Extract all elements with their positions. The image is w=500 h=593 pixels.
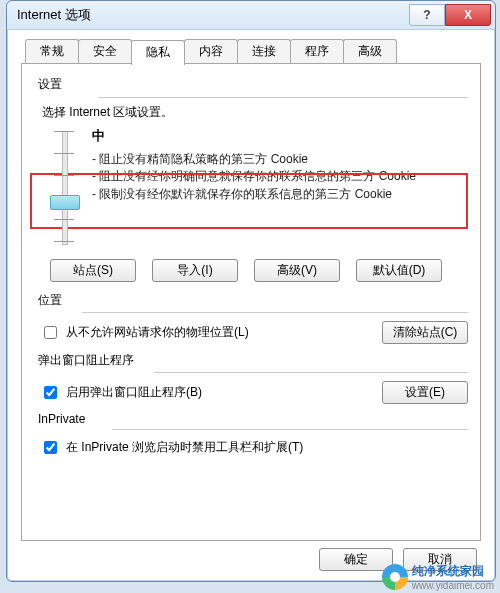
- clear-sites-button[interactable]: 清除站点(C): [382, 321, 468, 344]
- tab-panel-privacy: 设置 选择 Internet 区域设置。 中 - 阻止没有精简隐私策略的第三方 …: [21, 63, 481, 541]
- dialog-window: Internet 选项 ? X 常规 安全 隐私 内容 连接 程序 高级 设置 …: [6, 0, 496, 582]
- privacy-level-description: - 阻止没有精简隐私策略的第三方 Cookie - 阻止没有经你明确同意就保存你…: [92, 151, 432, 203]
- tab-programs[interactable]: 程序: [290, 39, 344, 64]
- tab-strip: 常规 安全 隐私 内容 连接 程序 高级: [7, 30, 495, 63]
- watermark-url: www.yidaimei.com: [412, 580, 494, 591]
- default-button[interactable]: 默认值(D): [356, 259, 442, 282]
- popup-checkbox-label: 启用弹出窗口阻止程序(B): [66, 384, 202, 401]
- location-checkbox[interactable]: [44, 326, 57, 339]
- popup-checkbox[interactable]: [44, 386, 57, 399]
- inprivate-checkbox-label: 在 InPrivate 浏览启动时禁用工具栏和扩展(T): [66, 439, 303, 456]
- popup-checkbox-row[interactable]: 启用弹出窗口阻止程序(B): [40, 383, 202, 402]
- desc-line-3: - 限制没有经你默许就保存你的联系信息的第三方 Cookie: [92, 186, 432, 203]
- location-checkbox-label: 从不允许网站请求你的物理位置(L): [66, 324, 249, 341]
- watermark-logo-icon: [382, 564, 408, 590]
- inprivate-checkbox[interactable]: [44, 441, 57, 454]
- divider: [98, 97, 468, 98]
- tab-security[interactable]: 安全: [78, 39, 132, 64]
- popup-settings-button[interactable]: 设置(E): [382, 381, 468, 404]
- close-button[interactable]: X: [445, 4, 491, 26]
- import-button[interactable]: 导入(I): [152, 259, 238, 282]
- privacy-level-label: 中: [92, 127, 432, 145]
- zone-text: 选择 Internet 区域设置。: [42, 104, 468, 121]
- divider: [154, 372, 468, 373]
- privacy-slider-area: 中 - 阻止没有精简隐私策略的第三方 Cookie - 阻止没有经你明确同意就保…: [34, 125, 468, 247]
- inprivate-checkbox-row[interactable]: 在 InPrivate 浏览启动时禁用工具栏和扩展(T): [40, 438, 303, 457]
- popup-section-label: 弹出窗口阻止程序: [38, 352, 468, 369]
- desc-line-1: - 阻止没有精简隐私策略的第三方 Cookie: [92, 151, 432, 168]
- divider: [112, 429, 468, 430]
- watermark: 纯净系统家园 www.yidaimei.com: [382, 563, 494, 591]
- tab-general[interactable]: 常规: [25, 39, 79, 64]
- sites-button[interactable]: 站点(S): [50, 259, 136, 282]
- privacy-level-slider[interactable]: [40, 131, 88, 243]
- location-group: 位置 从不允许网站请求你的物理位置(L) 清除站点(C): [34, 292, 468, 346]
- tab-content[interactable]: 内容: [184, 39, 238, 64]
- window-buttons: ? X: [409, 4, 491, 26]
- tab-connections[interactable]: 连接: [237, 39, 291, 64]
- advanced-button[interactable]: 高级(V): [254, 259, 340, 282]
- titlebar[interactable]: Internet 选项 ? X: [7, 1, 495, 30]
- watermark-text: 纯净系统家园: [412, 564, 484, 578]
- location-section-label: 位置: [38, 292, 468, 309]
- tab-advanced[interactable]: 高级: [343, 39, 397, 64]
- desc-line-2: - 阻止没有经你明确同意就保存你的联系信息的第三方 Cookie: [92, 168, 432, 185]
- window-title: Internet 选项: [17, 6, 91, 24]
- inprivate-section-label: InPrivate: [38, 412, 468, 426]
- popup-group: 弹出窗口阻止程序 启用弹出窗口阻止程序(B) 设置(E): [34, 352, 468, 406]
- help-button[interactable]: ?: [409, 4, 445, 26]
- inprivate-group: InPrivate 在 InPrivate 浏览启动时禁用工具栏和扩展(T): [34, 412, 468, 459]
- slider-thumb[interactable]: [50, 195, 80, 210]
- privacy-buttons-row: 站点(S) 导入(I) 高级(V) 默认值(D): [50, 259, 468, 282]
- tab-privacy[interactable]: 隐私: [131, 40, 185, 65]
- settings-section-label: 设置: [38, 76, 468, 93]
- divider: [82, 312, 468, 313]
- slider-text-block: 中 - 阻止没有精简隐私策略的第三方 Cookie - 阻止没有经你明确同意就保…: [92, 125, 432, 247]
- location-checkbox-row[interactable]: 从不允许网站请求你的物理位置(L): [40, 323, 249, 342]
